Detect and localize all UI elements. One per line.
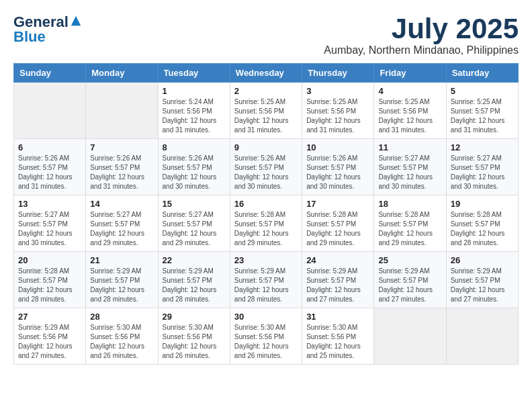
day-info: Sunrise: 5:27 AMSunset: 5:57 PMDaylight:… <box>451 154 514 191</box>
calendar-cell: 28Sunrise: 5:30 AMSunset: 5:56 PMDayligh… <box>86 308 158 365</box>
day-number: 17 <box>306 199 369 209</box>
day-info: Sunrise: 5:28 AMSunset: 5:57 PMDaylight:… <box>234 210 298 248</box>
calendar-cell: 13Sunrise: 5:27 AMSunset: 5:57 PMDayligh… <box>14 195 86 252</box>
calendar-cell <box>14 83 86 139</box>
calendar-week-row: 13Sunrise: 5:27 AMSunset: 5:57 PMDayligh… <box>14 195 519 252</box>
weekday-header: Thursday <box>302 64 374 83</box>
calendar-cell: 20Sunrise: 5:28 AMSunset: 5:57 PMDayligh… <box>14 252 86 308</box>
day-info: Sunrise: 5:29 AMSunset: 5:57 PMDaylight:… <box>163 267 226 304</box>
title-block: July 2025 Aumbay, Northern Mindanao, Phi… <box>324 13 519 56</box>
day-number: 29 <box>163 312 226 322</box>
calendar-week-row: 1Sunrise: 5:24 AMSunset: 5:56 PMDaylight… <box>14 83 519 139</box>
calendar-cell: 15Sunrise: 5:27 AMSunset: 5:57 PMDayligh… <box>158 195 230 252</box>
weekday-header: Sunday <box>14 64 86 83</box>
day-info: Sunrise: 5:27 AMSunset: 5:57 PMDaylight:… <box>163 210 226 248</box>
day-info: Sunrise: 5:27 AMSunset: 5:57 PMDaylight:… <box>90 210 153 248</box>
day-info: Sunrise: 5:29 AMSunset: 5:57 PMDaylight:… <box>90 267 153 304</box>
day-info: Sunrise: 5:29 AMSunset: 5:57 PMDaylight:… <box>378 267 441 304</box>
day-number: 26 <box>451 255 514 265</box>
month-title: July 2025 <box>324 13 519 44</box>
day-number: 3 <box>306 86 369 96</box>
day-info: Sunrise: 5:30 AMSunset: 5:56 PMDaylight:… <box>234 323 298 361</box>
calendar-cell: 4Sunrise: 5:25 AMSunset: 5:56 PMDaylight… <box>374 83 446 139</box>
day-number: 7 <box>90 142 153 152</box>
calendar-cell: 18Sunrise: 5:28 AMSunset: 5:57 PMDayligh… <box>374 195 446 252</box>
day-info: Sunrise: 5:26 AMSunset: 5:57 PMDaylight:… <box>234 154 298 191</box>
day-number: 23 <box>234 255 298 265</box>
calendar-cell <box>374 308 446 365</box>
day-number: 25 <box>378 255 441 265</box>
day-number: 22 <box>163 255 226 265</box>
day-info: Sunrise: 5:25 AMSunset: 5:56 PMDaylight:… <box>306 97 369 135</box>
calendar-cell: 6Sunrise: 5:26 AMSunset: 5:57 PMDaylight… <box>14 139 86 195</box>
day-number: 9 <box>234 142 298 152</box>
logo: General Blue <box>13 13 82 46</box>
day-number: 28 <box>90 312 153 322</box>
calendar-cell: 16Sunrise: 5:28 AMSunset: 5:57 PMDayligh… <box>230 195 302 252</box>
calendar-cell: 24Sunrise: 5:29 AMSunset: 5:57 PMDayligh… <box>302 252 374 308</box>
day-info: Sunrise: 5:25 AMSunset: 5:57 PMDaylight:… <box>451 97 514 135</box>
day-number: 6 <box>18 142 81 152</box>
page-header: General Blue July 2025 Aumbay, Northern … <box>13 13 519 56</box>
day-number: 12 <box>451 142 514 152</box>
location-title: Aumbay, Northern Mindanao, Philippines <box>324 44 519 56</box>
day-info: Sunrise: 5:30 AMSunset: 5:56 PMDaylight:… <box>90 323 153 361</box>
day-info: Sunrise: 5:29 AMSunset: 5:56 PMDaylight:… <box>18 323 81 361</box>
day-info: Sunrise: 5:26 AMSunset: 5:57 PMDaylight:… <box>306 154 369 191</box>
day-info: Sunrise: 5:30 AMSunset: 5:56 PMDaylight:… <box>306 323 369 361</box>
day-info: Sunrise: 5:26 AMSunset: 5:57 PMDaylight:… <box>163 154 226 191</box>
calendar-cell: 3Sunrise: 5:25 AMSunset: 5:56 PMDaylight… <box>302 83 374 139</box>
day-info: Sunrise: 5:27 AMSunset: 5:57 PMDaylight:… <box>378 154 441 191</box>
calendar-table: SundayMondayTuesdayWednesdayThursdayFrid… <box>13 63 519 365</box>
day-info: Sunrise: 5:29 AMSunset: 5:57 PMDaylight:… <box>451 267 514 304</box>
day-info: Sunrise: 5:25 AMSunset: 5:56 PMDaylight:… <box>378 97 441 135</box>
day-info: Sunrise: 5:24 AMSunset: 5:56 PMDaylight:… <box>163 97 226 135</box>
calendar-cell: 30Sunrise: 5:30 AMSunset: 5:56 PMDayligh… <box>230 308 302 365</box>
calendar-cell: 21Sunrise: 5:29 AMSunset: 5:57 PMDayligh… <box>86 252 158 308</box>
day-number: 16 <box>234 199 298 209</box>
calendar-cell: 19Sunrise: 5:28 AMSunset: 5:57 PMDayligh… <box>446 195 518 252</box>
day-number: 14 <box>90 199 153 209</box>
weekday-header: Saturday <box>446 64 518 83</box>
calendar-cell: 1Sunrise: 5:24 AMSunset: 5:56 PMDaylight… <box>158 83 230 139</box>
day-info: Sunrise: 5:26 AMSunset: 5:57 PMDaylight:… <box>18 154 81 191</box>
calendar-cell: 25Sunrise: 5:29 AMSunset: 5:57 PMDayligh… <box>374 252 446 308</box>
logo-icon <box>70 15 82 27</box>
day-number: 20 <box>18 255 81 265</box>
day-number: 1 <box>163 86 226 96</box>
calendar-cell: 31Sunrise: 5:30 AMSunset: 5:56 PMDayligh… <box>302 308 374 365</box>
day-number: 15 <box>163 199 226 209</box>
day-number: 11 <box>378 142 441 152</box>
day-number: 10 <box>306 142 369 152</box>
day-info: Sunrise: 5:28 AMSunset: 5:57 PMDaylight:… <box>18 267 81 304</box>
day-info: Sunrise: 5:29 AMSunset: 5:57 PMDaylight:… <box>234 267 298 304</box>
calendar-cell: 26Sunrise: 5:29 AMSunset: 5:57 PMDayligh… <box>446 252 518 308</box>
day-info: Sunrise: 5:30 AMSunset: 5:56 PMDaylight:… <box>163 323 226 361</box>
calendar-week-row: 27Sunrise: 5:29 AMSunset: 5:56 PMDayligh… <box>14 308 519 365</box>
calendar-cell: 12Sunrise: 5:27 AMSunset: 5:57 PMDayligh… <box>446 139 518 195</box>
calendar-cell: 2Sunrise: 5:25 AMSunset: 5:56 PMDaylight… <box>230 83 302 139</box>
svg-marker-0 <box>71 16 81 26</box>
calendar-cell <box>446 308 518 365</box>
weekday-header: Friday <box>374 64 446 83</box>
calendar-week-row: 6Sunrise: 5:26 AMSunset: 5:57 PMDaylight… <box>14 139 519 195</box>
weekday-header: Tuesday <box>158 64 230 83</box>
day-info: Sunrise: 5:25 AMSunset: 5:56 PMDaylight:… <box>234 97 298 135</box>
day-number: 2 <box>234 86 298 96</box>
calendar-cell: 17Sunrise: 5:28 AMSunset: 5:57 PMDayligh… <box>302 195 374 252</box>
calendar-cell: 10Sunrise: 5:26 AMSunset: 5:57 PMDayligh… <box>302 139 374 195</box>
calendar-cell: 23Sunrise: 5:29 AMSunset: 5:57 PMDayligh… <box>230 252 302 308</box>
day-number: 13 <box>18 199 81 209</box>
day-info: Sunrise: 5:28 AMSunset: 5:57 PMDaylight:… <box>306 210 369 248</box>
calendar-cell: 29Sunrise: 5:30 AMSunset: 5:56 PMDayligh… <box>158 308 230 365</box>
calendar-cell <box>86 83 158 139</box>
calendar-cell: 14Sunrise: 5:27 AMSunset: 5:57 PMDayligh… <box>86 195 158 252</box>
logo-part2: Blue <box>13 28 46 45</box>
day-number: 19 <box>451 199 514 209</box>
day-info: Sunrise: 5:29 AMSunset: 5:57 PMDaylight:… <box>306 267 369 304</box>
day-info: Sunrise: 5:27 AMSunset: 5:57 PMDaylight:… <box>18 210 81 248</box>
day-number: 24 <box>306 255 369 265</box>
day-number: 31 <box>306 312 369 322</box>
calendar-cell: 7Sunrise: 5:26 AMSunset: 5:57 PMDaylight… <box>86 139 158 195</box>
day-number: 18 <box>378 199 441 209</box>
